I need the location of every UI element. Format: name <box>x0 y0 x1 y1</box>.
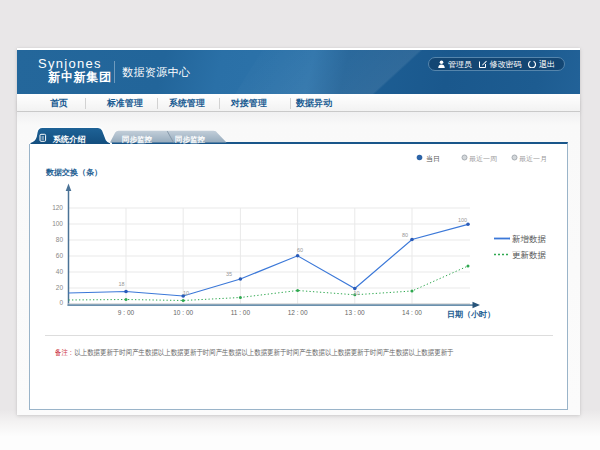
svg-text:同步监控: 同步监控 <box>175 135 206 144</box>
svg-text:60: 60 <box>297 247 303 253</box>
svg-text:10: 10 <box>353 290 359 296</box>
svg-text:9 : 00: 9 : 00 <box>118 309 135 316</box>
svg-text:100: 100 <box>52 220 63 227</box>
svg-text:13 : 00: 13 : 00 <box>345 309 365 316</box>
svg-text:12 : 00: 12 : 00 <box>288 309 308 316</box>
svg-text:80: 80 <box>56 236 64 243</box>
svg-text:80: 80 <box>402 232 408 238</box>
svg-text:11 : 00: 11 : 00 <box>231 309 251 316</box>
svg-text:35: 35 <box>226 271 232 277</box>
svg-text:14 : 00: 14 : 00 <box>402 309 422 316</box>
svg-text:10 : 00: 10 : 00 <box>173 309 193 316</box>
svg-text:20: 20 <box>56 284 64 291</box>
svg-text:0: 0 <box>59 299 63 306</box>
svg-text:系统介绍: 系统介绍 <box>52 134 86 144</box>
svg-text:10: 10 <box>183 290 189 296</box>
svg-text:60: 60 <box>56 252 64 259</box>
svg-text:100: 100 <box>458 217 467 223</box>
svg-text:18: 18 <box>118 281 124 287</box>
svg-text:40: 40 <box>56 268 64 275</box>
svg-text:同步监控: 同步监控 <box>122 135 153 144</box>
svg-text:120: 120 <box>52 204 63 211</box>
